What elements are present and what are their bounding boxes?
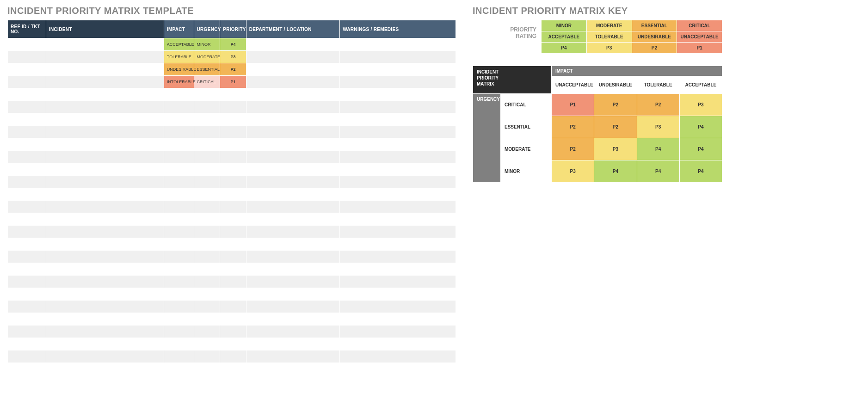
table-cell[interactable] [246,188,339,201]
table-cell[interactable] [164,138,194,151]
table-cell[interactable] [164,101,194,113]
table-cell[interactable] [46,301,164,313]
table-cell[interactable] [246,263,339,276]
table-cell[interactable] [194,188,220,201]
table-cell[interactable]: CRITICAL [194,76,220,88]
table-cell[interactable] [8,101,46,113]
table-cell[interactable] [8,251,46,263]
table-cell[interactable] [8,63,46,76]
table-cell[interactable] [46,88,164,101]
table-cell[interactable] [46,113,164,126]
table-cell[interactable] [194,350,220,363]
table-cell[interactable] [164,301,194,313]
table-cell[interactable] [8,238,46,251]
table-cell[interactable] [8,213,46,226]
table-cell[interactable] [8,338,46,350]
table-cell[interactable] [340,113,456,126]
table-cell[interactable] [340,313,456,326]
table-cell[interactable] [164,88,194,101]
table-cell[interactable] [194,326,220,338]
table-cell[interactable] [164,188,194,201]
table-cell[interactable] [194,88,220,101]
table-cell[interactable] [8,263,46,276]
table-cell[interactable] [194,276,220,288]
table-cell[interactable] [164,350,194,363]
table-cell[interactable] [194,201,220,213]
table-cell[interactable] [164,276,194,288]
table-cell[interactable] [194,301,220,313]
table-cell[interactable] [8,176,46,188]
table-cell[interactable] [220,163,246,176]
table-cell[interactable] [194,101,220,113]
table-cell[interactable] [8,313,46,326]
table-cell[interactable] [340,251,456,263]
table-cell[interactable] [220,213,246,226]
table-cell[interactable] [340,188,456,201]
table-cell[interactable] [164,263,194,276]
table-cell[interactable] [246,313,339,326]
table-cell[interactable] [340,350,456,363]
table-cell[interactable] [194,126,220,138]
table-cell[interactable] [46,176,164,188]
table-cell[interactable] [8,326,46,338]
table-cell[interactable] [220,101,246,113]
table-cell[interactable] [340,326,456,338]
table-cell[interactable] [340,101,456,113]
table-cell[interactable] [340,63,456,76]
table-cell[interactable]: MINOR [194,38,220,51]
table-cell[interactable] [220,226,246,238]
table-cell[interactable] [46,138,164,151]
table-cell[interactable] [340,288,456,301]
table-cell[interactable] [194,138,220,151]
table-cell[interactable] [194,313,220,326]
table-cell[interactable] [164,163,194,176]
table-cell[interactable] [46,101,164,113]
table-cell[interactable] [164,313,194,326]
table-cell[interactable] [8,76,46,88]
table-cell[interactable] [340,163,456,176]
table-cell[interactable] [340,88,456,101]
table-cell[interactable] [340,151,456,163]
table-cell[interactable]: P3 [220,51,246,63]
table-cell[interactable] [340,263,456,276]
table-cell[interactable] [46,338,164,350]
table-cell[interactable] [164,226,194,238]
table-cell[interactable] [8,301,46,313]
table-cell[interactable] [220,238,246,251]
table-cell[interactable] [340,126,456,138]
table-cell[interactable] [46,38,164,51]
table-cell[interactable] [220,176,246,188]
table-cell[interactable] [340,51,456,63]
table-cell[interactable] [46,163,164,176]
table-cell[interactable] [220,201,246,213]
table-cell[interactable] [220,126,246,138]
table-cell[interactable] [194,288,220,301]
table-cell[interactable] [246,213,339,226]
table-cell[interactable] [46,151,164,163]
table-cell[interactable] [164,251,194,263]
table-cell[interactable] [46,201,164,213]
table-cell[interactable] [164,126,194,138]
table-cell[interactable] [220,251,246,263]
table-cell[interactable] [340,38,456,51]
table-cell[interactable] [340,213,456,226]
table-cell[interactable]: ACCEPTABLE [164,38,194,51]
table-cell[interactable] [246,88,339,101]
table-cell[interactable] [8,350,46,363]
table-cell[interactable] [246,276,339,288]
table-cell[interactable] [246,238,339,251]
table-cell[interactable] [46,51,164,63]
table-cell[interactable] [164,326,194,338]
table-cell[interactable] [46,226,164,238]
table-cell[interactable] [194,113,220,126]
table-cell[interactable] [220,301,246,313]
table-cell[interactable] [46,188,164,201]
table-cell[interactable] [46,276,164,288]
table-cell[interactable] [220,188,246,201]
table-cell[interactable] [8,226,46,238]
table-cell[interactable] [246,338,339,350]
table-cell[interactable] [220,276,246,288]
table-cell[interactable] [220,288,246,301]
table-cell[interactable] [194,251,220,263]
table-cell[interactable] [220,151,246,163]
